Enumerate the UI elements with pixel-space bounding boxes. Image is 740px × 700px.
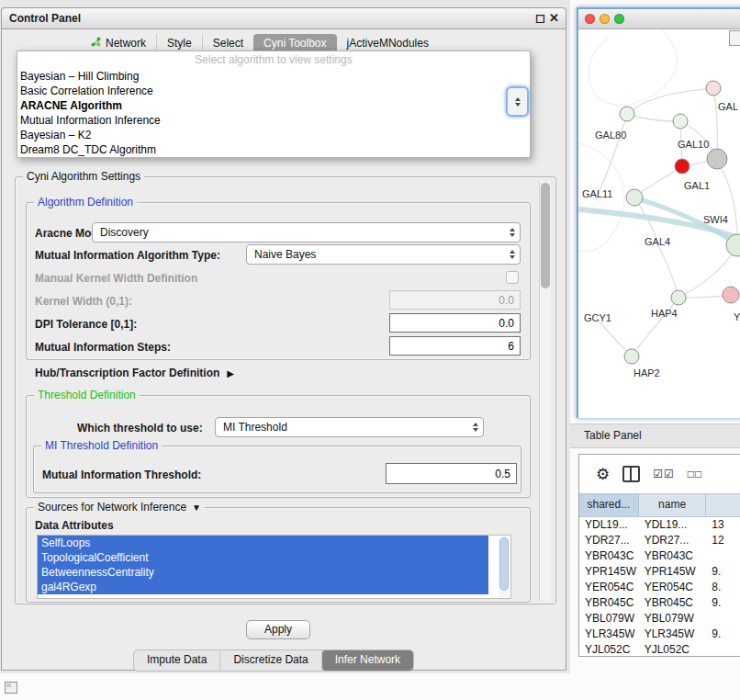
- attribute-item-betweennesscentrality[interactable]: BetweennessCentrality: [38, 565, 488, 580]
- control-panel-titlebar[interactable]: [1, 7, 566, 29]
- network-canvas[interactable]: GALGAL80GAL10GAL11GAL1SWI4GAL4GCY1HAP4YH…: [578, 29, 740, 418]
- select-checked-icon[interactable]: ☑☑: [653, 468, 675, 480]
- apply-button[interactable]: Apply: [246, 620, 310, 639]
- settings-group-title: Cyni Algorithm Settings: [23, 170, 144, 184]
- data-attributes-list[interactable]: SelfLoopsTopologicalCoefficientBetweenne…: [37, 535, 511, 599]
- sources-label: Sources for Network Inference: [38, 501, 186, 514]
- algorithm-option-dream8-dc-tdc-algorithm[interactable]: Dream8 DC_TDC Algorithm: [17, 142, 530, 157]
- collapse-down-icon[interactable]: ▼: [192, 501, 201, 514]
- node-label: Y: [734, 311, 740, 322]
- minimize-window-button[interactable]: [600, 14, 610, 24]
- aracne-mode-value: Discovery: [93, 226, 505, 239]
- hub-definition-label: Hub/Transcription Factor Definition: [35, 367, 219, 379]
- table-cell: YDR27...: [639, 533, 707, 548]
- table-cell: YDR27...: [579, 533, 639, 548]
- network-node[interactable]: [675, 159, 690, 174]
- algorithm-definition-title: Algorithm Definition: [34, 196, 137, 209]
- algorithm-combo-arrows[interactable]: [506, 86, 529, 117]
- table-row[interactable]: YPR145WYPR145W9.: [579, 564, 740, 580]
- bottom-tab-infer-network[interactable]: Infer Network: [321, 650, 413, 671]
- algorithm-option-bayesian-k2[interactable]: Bayesian – K2: [17, 128, 530, 142]
- table-cell: YPR145W: [579, 564, 639, 580]
- table-panel-title: Table Panel: [584, 429, 642, 442]
- table-row[interactable]: YBR045CYBR045C9.: [579, 595, 740, 611]
- mi-threshold-group-title: MI Threshold Definition: [41, 439, 162, 453]
- hub-definition-expander[interactable]: Hub/Transcription Factor Definition ▶: [35, 367, 234, 379]
- algorithm-option-aracne-algorithm[interactable]: ARACNE Algorithm: [17, 98, 530, 113]
- mi-threshold-field[interactable]: [386, 463, 517, 484]
- manual-kernel-label: Manual Kernel Width Definition: [35, 272, 197, 285]
- network-node[interactable]: [706, 81, 721, 96]
- node-label: SWI4: [703, 214, 728, 225]
- table-window: ⚙ ☑☑ □□ shared...name YDL19...YDL19...13…: [578, 454, 740, 657]
- expand-right-icon[interactable]: ▶: [227, 368, 234, 378]
- table-cell: YDL19...: [579, 517, 639, 533]
- mi-steps-field[interactable]: [389, 336, 521, 356]
- table-row[interactable]: YJL052CYJL052C: [579, 642, 740, 657]
- node-label: GAL10: [678, 139, 709, 150]
- network-node[interactable]: [626, 189, 643, 206]
- column-header-extra[interactable]: [706, 494, 740, 516]
- select-unchecked-icon[interactable]: □□: [688, 468, 703, 480]
- dpi-tolerance-label: DPI Tolerance [0,1]:: [35, 318, 137, 331]
- which-threshold-select[interactable]: MI Threshold: [215, 417, 484, 437]
- column-header-shared[interactable]: shared...: [579, 494, 639, 516]
- network-window-titlebar[interactable]: [578, 9, 740, 29]
- network-edge: [713, 88, 718, 159]
- mi-threshold-label: Mutual Information Threshold:: [42, 469, 201, 481]
- close-window-button[interactable]: [585, 14, 595, 24]
- data-attributes-label: Data Attributes: [35, 519, 114, 532]
- network-node[interactable]: [707, 149, 727, 169]
- table-row[interactable]: YBR043CYBR043C: [579, 548, 740, 564]
- table-cell: YBR043C: [579, 548, 639, 564]
- network-node[interactable]: [624, 349, 639, 364]
- dpi-tolerance-field[interactable]: [389, 313, 521, 333]
- sources-expander[interactable]: Sources for Network Inference ▼: [34, 501, 205, 514]
- network-node[interactable]: [620, 107, 634, 121]
- table-row[interactable]: YLR345WYLR345W9.: [579, 627, 740, 642]
- mi-algorithm-type-select[interactable]: Naive Bayes: [246, 244, 521, 265]
- kernel-width-field[interactable]: [389, 290, 521, 310]
- bottom-tab-discretize-data[interactable]: Discretize Data: [219, 650, 320, 671]
- table-row[interactable]: YER054CYER054C8.: [579, 580, 740, 595]
- table-row[interactable]: YDR27...YDR27...12: [579, 533, 740, 548]
- columns-icon[interactable]: [622, 466, 640, 482]
- docked-panel-icon[interactable]: [5, 682, 17, 694]
- network-view-window[interactable]: GALGAL80GAL10GAL11GAL1SWI4GAL4GCY1HAP4YH…: [577, 7, 740, 418]
- table-body: YDL19...YDL19...13YDR27...YDR27...12YBR0…: [579, 517, 740, 657]
- table-row[interactable]: YDL19...YDL19...13: [579, 517, 740, 533]
- network-node[interactable]: [673, 114, 688, 129]
- attribute-item-topologicalcoefficient[interactable]: TopologicalCoefficient: [38, 550, 488, 565]
- network-node[interactable]: [723, 287, 739, 303]
- table-cell: YJL052C: [579, 642, 639, 657]
- mi-steps-label: Mutual Information Steps:: [35, 341, 171, 354]
- table-cell: YDL19...: [639, 517, 707, 533]
- network-node[interactable]: [671, 290, 686, 305]
- column-header-name[interactable]: name: [639, 494, 707, 516]
- table-cell: [706, 611, 740, 627]
- gear-icon[interactable]: ⚙: [596, 465, 610, 484]
- bottom-tab-impute-data[interactable]: Impute Data: [134, 650, 219, 671]
- aracne-mode-select[interactable]: Discovery: [92, 222, 521, 243]
- table-row[interactable]: YBL079WYBL079W: [579, 611, 740, 627]
- close-panel-icon[interactable]: ✕: [549, 11, 559, 25]
- settings-scrollbar-thumb[interactable]: [541, 183, 550, 288]
- attributes-scrollbar[interactable]: [499, 536, 510, 597]
- table-cell: YBL079W: [579, 611, 639, 627]
- table-cell: YJL052C: [639, 642, 707, 657]
- settings-scrollbar[interactable]: [539, 181, 551, 601]
- algorithm-option-bayesian-hill-climbing[interactable]: Bayesian – Hill Climbing: [17, 69, 530, 84]
- attribute-item-gal4rgexp[interactable]: gal4RGexp: [38, 580, 488, 594]
- algorithm-option-mutual-information-inference[interactable]: Mutual Information Inference: [17, 113, 530, 128]
- algorithm-option-basic-correlation-inference[interactable]: Basic Correlation Inference: [17, 84, 530, 98]
- attribute-item-selfloops[interactable]: SelfLoops: [38, 536, 488, 550]
- node-label: GAL11: [582, 188, 612, 199]
- view-corner-box[interactable]: [729, 30, 740, 46]
- panel-title: Control Panel: [9, 12, 81, 25]
- table-cell: 9.: [706, 595, 740, 611]
- tab-label: Cyni Toolbox: [263, 37, 326, 51]
- zoom-window-button[interactable]: [614, 14, 624, 24]
- attributes-scrollbar-thumb[interactable]: [499, 537, 509, 591]
- float-panel-icon[interactable]: ◻: [535, 11, 545, 25]
- manual-kernel-checkbox[interactable]: [506, 271, 519, 284]
